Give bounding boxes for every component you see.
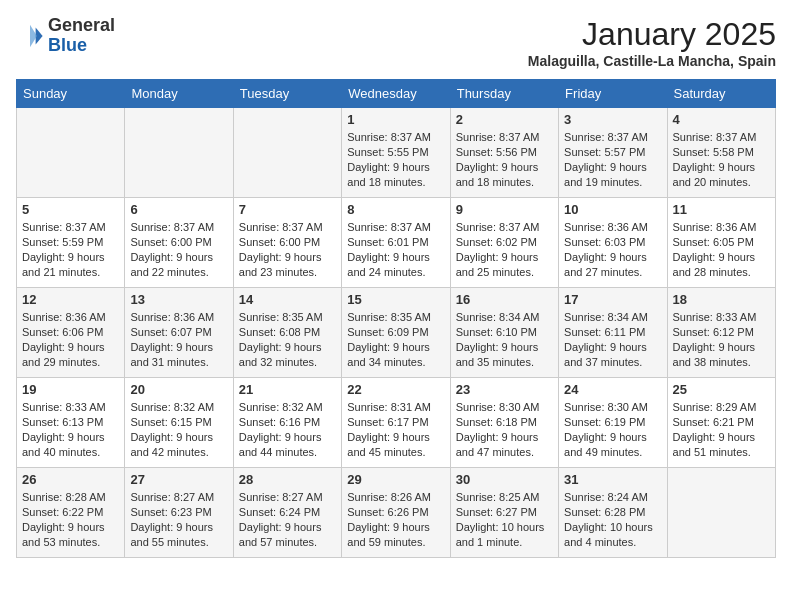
- day-detail: and 38 minutes.: [673, 355, 770, 370]
- day-detail: Daylight: 9 hours: [239, 250, 336, 265]
- day-detail: Daylight: 9 hours: [456, 430, 553, 445]
- calendar-week-row: 19Sunrise: 8:33 AMSunset: 6:13 PMDayligh…: [17, 378, 776, 468]
- calendar-cell: 30Sunrise: 8:25 AMSunset: 6:27 PMDayligh…: [450, 468, 558, 558]
- day-number: 19: [22, 382, 119, 397]
- day-detail: Sunrise: 8:32 AM: [239, 400, 336, 415]
- logo-icon: [16, 22, 44, 50]
- day-detail: Sunrise: 8:36 AM: [22, 310, 119, 325]
- day-detail: and 31 minutes.: [130, 355, 227, 370]
- day-detail: Sunrise: 8:34 AM: [564, 310, 661, 325]
- day-detail: Daylight: 9 hours: [130, 250, 227, 265]
- day-detail: Sunset: 6:12 PM: [673, 325, 770, 340]
- day-detail: Sunset: 5:55 PM: [347, 145, 444, 160]
- day-detail: Sunrise: 8:37 AM: [456, 220, 553, 235]
- day-detail: Sunset: 5:57 PM: [564, 145, 661, 160]
- day-number: 5: [22, 202, 119, 217]
- calendar-cell: 14Sunrise: 8:35 AMSunset: 6:08 PMDayligh…: [233, 288, 341, 378]
- calendar-day-header: Friday: [559, 80, 667, 108]
- calendar-cell: [233, 108, 341, 198]
- day-detail: and 19 minutes.: [564, 175, 661, 190]
- calendar-cell: 22Sunrise: 8:31 AMSunset: 6:17 PMDayligh…: [342, 378, 450, 468]
- day-number: 3: [564, 112, 661, 127]
- day-detail: Sunset: 5:58 PM: [673, 145, 770, 160]
- day-detail: Sunset: 6:24 PM: [239, 505, 336, 520]
- calendar-cell: 2Sunrise: 8:37 AMSunset: 5:56 PMDaylight…: [450, 108, 558, 198]
- day-detail: and 25 minutes.: [456, 265, 553, 280]
- day-detail: and 44 minutes.: [239, 445, 336, 460]
- day-detail: Daylight: 9 hours: [564, 340, 661, 355]
- day-detail: and 34 minutes.: [347, 355, 444, 370]
- day-detail: and 21 minutes.: [22, 265, 119, 280]
- day-number: 2: [456, 112, 553, 127]
- calendar-week-row: 12Sunrise: 8:36 AMSunset: 6:06 PMDayligh…: [17, 288, 776, 378]
- day-detail: Sunrise: 8:36 AM: [130, 310, 227, 325]
- day-detail: Sunrise: 8:37 AM: [564, 130, 661, 145]
- day-detail: Sunrise: 8:27 AM: [239, 490, 336, 505]
- calendar-day-header: Sunday: [17, 80, 125, 108]
- day-detail: Daylight: 9 hours: [239, 520, 336, 535]
- day-number: 12: [22, 292, 119, 307]
- day-detail: Daylight: 9 hours: [239, 340, 336, 355]
- calendar-cell: 10Sunrise: 8:36 AMSunset: 6:03 PMDayligh…: [559, 198, 667, 288]
- day-detail: Daylight: 9 hours: [456, 340, 553, 355]
- logo: General Blue: [16, 16, 115, 56]
- day-detail: Sunset: 6:03 PM: [564, 235, 661, 250]
- day-detail: Sunset: 6:18 PM: [456, 415, 553, 430]
- day-number: 24: [564, 382, 661, 397]
- calendar-cell: 6Sunrise: 8:37 AMSunset: 6:00 PMDaylight…: [125, 198, 233, 288]
- day-detail: Sunrise: 8:35 AM: [239, 310, 336, 325]
- day-number: 31: [564, 472, 661, 487]
- calendar-header-row: SundayMondayTuesdayWednesdayThursdayFrid…: [17, 80, 776, 108]
- calendar-cell: 29Sunrise: 8:26 AMSunset: 6:26 PMDayligh…: [342, 468, 450, 558]
- day-number: 6: [130, 202, 227, 217]
- day-number: 25: [673, 382, 770, 397]
- day-detail: Sunset: 6:13 PM: [22, 415, 119, 430]
- day-detail: and 53 minutes.: [22, 535, 119, 550]
- day-detail: Daylight: 9 hours: [22, 340, 119, 355]
- logo-general-text: General: [48, 16, 115, 36]
- day-detail: Sunset: 6:08 PM: [239, 325, 336, 340]
- day-detail: Sunrise: 8:37 AM: [130, 220, 227, 235]
- day-number: 1: [347, 112, 444, 127]
- day-detail: Daylight: 9 hours: [347, 340, 444, 355]
- day-detail: and 18 minutes.: [347, 175, 444, 190]
- day-detail: and 49 minutes.: [564, 445, 661, 460]
- day-detail: Sunrise: 8:32 AM: [130, 400, 227, 415]
- day-detail: and 35 minutes.: [456, 355, 553, 370]
- day-detail: Sunset: 6:06 PM: [22, 325, 119, 340]
- calendar-cell: 3Sunrise: 8:37 AMSunset: 5:57 PMDaylight…: [559, 108, 667, 198]
- day-detail: and 20 minutes.: [673, 175, 770, 190]
- logo-blue-text: Blue: [48, 36, 115, 56]
- day-detail: Sunrise: 8:34 AM: [456, 310, 553, 325]
- day-detail: Daylight: 9 hours: [22, 250, 119, 265]
- calendar-cell: 9Sunrise: 8:37 AMSunset: 6:02 PMDaylight…: [450, 198, 558, 288]
- day-number: 7: [239, 202, 336, 217]
- day-detail: Daylight: 9 hours: [22, 520, 119, 535]
- day-detail: Sunrise: 8:31 AM: [347, 400, 444, 415]
- day-detail: Sunset: 6:11 PM: [564, 325, 661, 340]
- day-detail: Sunrise: 8:37 AM: [347, 130, 444, 145]
- day-detail: Sunset: 6:28 PM: [564, 505, 661, 520]
- day-detail: Sunrise: 8:36 AM: [564, 220, 661, 235]
- day-detail: Sunset: 6:16 PM: [239, 415, 336, 430]
- day-detail: Sunset: 6:27 PM: [456, 505, 553, 520]
- day-detail: Daylight: 10 hours: [564, 520, 661, 535]
- day-detail: and 18 minutes.: [456, 175, 553, 190]
- day-detail: and 40 minutes.: [22, 445, 119, 460]
- day-detail: and 59 minutes.: [347, 535, 444, 550]
- day-detail: and 23 minutes.: [239, 265, 336, 280]
- location-title: Malaguilla, Castille-La Mancha, Spain: [528, 53, 776, 69]
- day-number: 21: [239, 382, 336, 397]
- calendar-week-row: 5Sunrise: 8:37 AMSunset: 5:59 PMDaylight…: [17, 198, 776, 288]
- calendar-cell: 11Sunrise: 8:36 AMSunset: 6:05 PMDayligh…: [667, 198, 775, 288]
- calendar-cell: 15Sunrise: 8:35 AMSunset: 6:09 PMDayligh…: [342, 288, 450, 378]
- day-detail: and 1 minute.: [456, 535, 553, 550]
- calendar-cell: 27Sunrise: 8:27 AMSunset: 6:23 PMDayligh…: [125, 468, 233, 558]
- day-number: 14: [239, 292, 336, 307]
- day-detail: and 22 minutes.: [130, 265, 227, 280]
- day-number: 27: [130, 472, 227, 487]
- day-number: 17: [564, 292, 661, 307]
- day-detail: Daylight: 9 hours: [239, 430, 336, 445]
- calendar-cell: [125, 108, 233, 198]
- day-detail: Sunrise: 8:36 AM: [673, 220, 770, 235]
